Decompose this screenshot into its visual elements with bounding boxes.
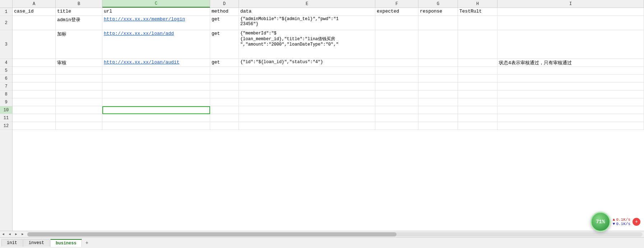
cell-4f[interactable]	[375, 59, 418, 67]
cell-11a[interactable]	[13, 114, 56, 122]
cell-8f[interactable]	[375, 90, 418, 98]
cell-6g[interactable]	[418, 75, 458, 83]
cell-4h[interactable]	[458, 59, 497, 67]
row-num-8[interactable]: 8	[0, 90, 12, 98]
cell-9g[interactable]	[418, 98, 458, 106]
cell-5h[interactable]	[458, 67, 497, 75]
cell-2c[interactable]: http://xxx.xx.xx/member/login	[102, 16, 210, 30]
cell-6d[interactable]	[210, 75, 239, 83]
cell-5f[interactable]	[375, 67, 418, 75]
cell-7f[interactable]	[375, 83, 418, 90]
cell-4d[interactable]: get	[210, 59, 239, 67]
cell-9f[interactable]	[375, 98, 418, 106]
cell-4e[interactable]: {"id":"${loan_id}","status":"4"}	[239, 59, 375, 67]
row-num-5[interactable]: 5	[0, 67, 12, 75]
cell-1c[interactable]: url	[102, 8, 210, 16]
cell-7h[interactable]	[458, 83, 497, 90]
col-header-d[interactable]: D	[210, 0, 239, 8]
cell-1g[interactable]: response	[418, 8, 458, 16]
cell-7a[interactable]	[13, 83, 56, 90]
col-header-c[interactable]: C	[102, 0, 210, 8]
cell-3c[interactable]: http://xxx.xx.xx/loan/add	[102, 30, 210, 59]
cell-11c[interactable]	[102, 114, 210, 122]
cell-2g[interactable]	[418, 16, 458, 30]
cell-10e[interactable]	[239, 106, 375, 114]
cell-8h[interactable]	[458, 90, 497, 98]
cell-8c[interactable]	[102, 90, 210, 98]
cell-4a[interactable]	[13, 59, 56, 67]
cell-8g[interactable]	[418, 90, 458, 98]
cell-5e[interactable]	[239, 67, 375, 75]
cell-10d[interactable]	[210, 106, 239, 114]
cell-1b[interactable]: title	[56, 8, 102, 16]
cell-7d[interactable]	[210, 83, 239, 90]
row-num-4[interactable]: 4	[0, 59, 12, 67]
cell-9h[interactable]	[458, 98, 497, 106]
row-num-3[interactable]: 3	[0, 30, 12, 59]
cell-12c[interactable]	[102, 122, 210, 130]
cell-1a[interactable]: case_id	[13, 8, 56, 16]
col-header-a[interactable]: A	[13, 0, 56, 8]
cell-8i[interactable]	[497, 90, 644, 98]
cell-6e[interactable]	[239, 75, 375, 83]
cell-8a[interactable]	[13, 90, 56, 98]
cell-1d[interactable]: method	[210, 8, 239, 16]
cell-11e[interactable]	[239, 114, 375, 122]
cell-12d[interactable]	[210, 122, 239, 130]
cell-11h[interactable]	[458, 114, 497, 122]
cell-7b[interactable]	[56, 83, 102, 90]
cell-11f[interactable]	[375, 114, 418, 122]
cell-5b[interactable]	[56, 67, 102, 75]
tab-init[interactable]: init	[1, 239, 23, 247]
cell-3h[interactable]	[458, 30, 497, 59]
tab-invest[interactable]: invest	[23, 239, 50, 247]
cell-6f[interactable]	[375, 75, 418, 83]
cell-9a[interactable]	[13, 98, 56, 106]
cell-1i[interactable]	[497, 8, 644, 16]
cell-3d[interactable]: get	[210, 30, 239, 59]
cell-7e[interactable]	[239, 83, 375, 90]
cell-2i[interactable]	[497, 16, 644, 30]
cell-2f[interactable]	[375, 16, 418, 30]
network-action-button[interactable]: +	[633, 218, 640, 226]
cell-12e[interactable]	[239, 122, 375, 130]
cell-10f[interactable]	[375, 106, 418, 114]
cell-12h[interactable]	[458, 122, 497, 130]
row-num-12[interactable]: 12	[0, 122, 12, 130]
col-header-f[interactable]: F	[375, 0, 418, 8]
cell-1h[interactable]: TestRult	[458, 8, 497, 16]
row-num-7[interactable]: 7	[0, 83, 12, 90]
scroll-right-start-btn[interactable]: ◀	[6, 231, 13, 238]
row-num-1[interactable]: 1	[0, 8, 12, 16]
cell-9b[interactable]	[56, 98, 102, 106]
row-num-2[interactable]: 2	[0, 16, 12, 30]
cell-4g[interactable]	[418, 59, 458, 67]
row-num-10[interactable]: 10	[0, 106, 12, 114]
cell-5i[interactable]	[497, 67, 644, 75]
cell-11d[interactable]	[210, 114, 239, 122]
cell-12g[interactable]	[418, 122, 458, 130]
cell-10c[interactable]	[102, 106, 210, 114]
row-num-6[interactable]: 6	[0, 75, 12, 83]
cell-9e[interactable]	[239, 98, 375, 106]
col-header-b[interactable]: B	[56, 0, 102, 8]
cell-8b[interactable]	[56, 90, 102, 98]
cell-6h[interactable]	[458, 75, 497, 83]
cell-2d[interactable]: get	[210, 16, 239, 30]
cell-5c[interactable]	[102, 67, 210, 75]
cell-10a[interactable]	[13, 106, 56, 114]
cell-3i[interactable]	[497, 30, 644, 59]
cell-3e[interactable]: {"memberId":"${loan_member_id},"title":"…	[239, 30, 375, 59]
cell-10b[interactable]	[56, 106, 102, 114]
cell-10i[interactable]	[497, 106, 644, 114]
cell-9i[interactable]	[497, 98, 644, 106]
cell-6b[interactable]	[56, 75, 102, 83]
cell-10h[interactable]	[458, 106, 497, 114]
col-header-h[interactable]: H	[458, 0, 497, 8]
cell-7i[interactable]	[497, 83, 644, 90]
cell-12i[interactable]	[497, 122, 644, 130]
row-num-11[interactable]: 11	[0, 114, 12, 122]
cell-7g[interactable]	[418, 83, 458, 90]
scrollbar-track[interactable]	[27, 232, 643, 237]
col-header-g[interactable]: G	[418, 0, 458, 8]
